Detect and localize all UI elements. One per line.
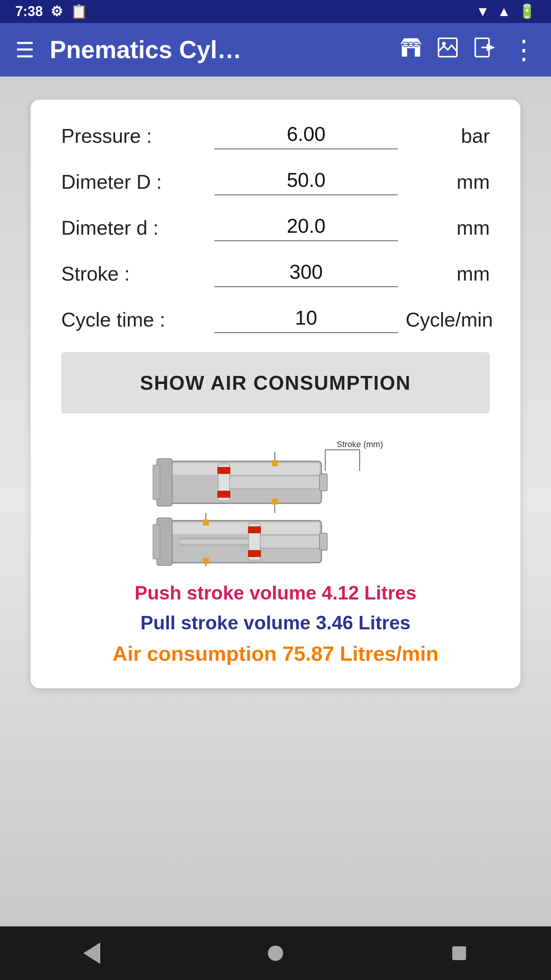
svg-rect-16	[166, 463, 320, 475]
wifi-icon: ▼	[476, 3, 490, 20]
cycle-time-label: Cycle time :	[61, 308, 207, 331]
battery-icon: 🔋	[518, 3, 536, 20]
signal-icon: ▲	[497, 3, 511, 20]
settings-icon: ⚙	[51, 3, 63, 20]
svg-rect-33	[248, 550, 261, 557]
cylinder-diagram: Stroke (mm)	[142, 436, 409, 567]
back-button[interactable]	[73, 934, 111, 972]
status-bar: 7:38 ⚙ 📋 ▼ ▲ 🔋	[0, 0, 551, 23]
pressure-input[interactable]	[214, 122, 398, 149]
menu-icon[interactable]: ☰	[15, 38, 34, 62]
show-air-consumption-button[interactable]: SHOW AIR CONSUMPTION	[61, 352, 490, 413]
svg-rect-37	[203, 519, 209, 526]
status-left: 7:38 ⚙ 📋	[15, 3, 88, 20]
status-right: ▼ ▲ 🔋	[476, 3, 536, 20]
svg-marker-1	[400, 38, 422, 44]
svg-rect-29	[166, 523, 320, 534]
cylinder-diagram-section: Stroke (mm)	[61, 436, 490, 567]
diameter-d-small-label: Dimeter d :	[61, 216, 207, 239]
svg-rect-36	[153, 524, 160, 559]
status-time: 7:38	[15, 3, 43, 20]
diameter-d-unit: mm	[406, 170, 490, 193]
svg-text:Stroke (mm): Stroke (mm)	[337, 439, 383, 449]
push-stroke-result: Push stroke volume 4.12 Litres	[61, 582, 490, 604]
home-button[interactable]	[256, 934, 295, 972]
back-icon	[83, 942, 100, 964]
bottom-navigation	[0, 926, 551, 980]
svg-rect-38	[203, 558, 209, 564]
cycle-time-unit: Cycle/min	[406, 308, 490, 331]
svg-rect-42	[180, 540, 249, 544]
pressure-label: Pressure :	[61, 124, 207, 147]
diameter-d-row: Dimeter D : mm	[61, 168, 490, 195]
stroke-unit: mm	[406, 262, 490, 285]
recents-icon	[452, 946, 466, 960]
cycle-time-row: Cycle time : Cycle/min	[61, 306, 490, 333]
svg-rect-24	[272, 460, 278, 466]
image-icon[interactable]	[437, 37, 458, 63]
svg-rect-2	[407, 48, 415, 57]
more-icon[interactable]: ⋮	[510, 34, 536, 65]
svg-rect-19	[217, 467, 230, 474]
cycle-time-input[interactable]	[214, 306, 398, 333]
recents-button[interactable]	[440, 934, 478, 972]
pressure-row: Pressure : bar	[61, 122, 490, 149]
main-content: Pressure : bar Dimeter D : mm Dimeter d …	[0, 77, 551, 926]
svg-rect-25	[272, 498, 278, 505]
stroke-row: Stroke : mm	[61, 260, 490, 287]
pull-stroke-result: Pull stroke volume 3.46 Litres	[61, 612, 490, 634]
app-title: Pnematics Cyl…	[50, 36, 385, 64]
diameter-d-small-row: Dimeter d : mm	[61, 214, 490, 241]
store-icon[interactable]	[400, 37, 422, 63]
svg-rect-20	[217, 491, 230, 498]
svg-rect-34	[260, 535, 321, 548]
calculator-card: Pressure : bar Dimeter D : mm Dimeter d …	[31, 100, 520, 688]
stroke-input[interactable]	[214, 260, 398, 287]
svg-rect-32	[248, 526, 261, 533]
svg-rect-35	[320, 533, 327, 550]
pressure-unit: bar	[406, 124, 490, 147]
diameter-d-small-unit: mm	[406, 216, 490, 239]
clipboard-icon: 📋	[70, 3, 88, 20]
exit-icon[interactable]	[474, 37, 495, 63]
air-consumption-result: Air consumption 75.87 Litres/min	[61, 642, 490, 665]
diameter-d-label: Dimeter D :	[61, 170, 207, 193]
svg-rect-23	[153, 465, 160, 500]
home-icon	[268, 946, 283, 961]
svg-rect-22	[320, 474, 327, 491]
app-bar: ☰ Pnematics Cyl… ⋮	[0, 23, 551, 77]
diameter-d-input[interactable]	[214, 168, 398, 195]
svg-rect-21	[230, 476, 321, 489]
stroke-label: Stroke :	[61, 262, 207, 285]
diameter-d-small-input[interactable]	[214, 214, 398, 241]
